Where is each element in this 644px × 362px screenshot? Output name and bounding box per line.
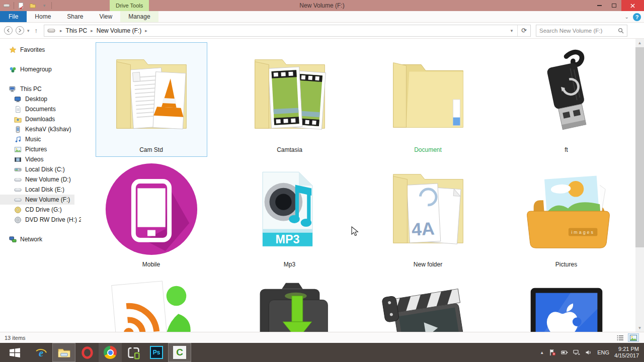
back-icon[interactable] <box>4 26 13 35</box>
sidebar-item-new-volume-d[interactable]: New Volume (D:) <box>0 174 81 185</box>
scrollbar-thumb[interactable] <box>635 47 644 247</box>
file-item-mp3[interactable]: MP3 Mp3 <box>220 157 359 272</box>
details-view-icon[interactable] <box>615 333 626 342</box>
breadcrumb-separator: ▸ <box>88 28 96 33</box>
tab-file[interactable]: File <box>0 11 27 22</box>
quick-access-toolbar: ▾ <box>2 0 52 11</box>
sidebar-item-videos[interactable]: Videos <box>0 154 81 164</box>
help-icon[interactable]: ? <box>633 13 641 21</box>
minimize-button[interactable] <box>592 0 607 11</box>
forward-icon[interactable] <box>16 26 24 35</box>
hidden-icons-chevron-icon[interactable]: ▲ <box>540 350 544 355</box>
sidebar-item-homegroup[interactable]: Homegroup <box>0 64 81 74</box>
camtasia-icon[interactable]: C <box>168 343 191 362</box>
ribbon-tabs: File Home Share View Manage <box>0 11 644 23</box>
scroll-up-arrow-icon[interactable]: ▲ <box>635 39 644 47</box>
sidebar-item-pictures[interactable]: Pictures <box>0 144 81 154</box>
desktop-icon <box>14 96 22 103</box>
refresh-icon[interactable]: ⟳ <box>517 25 530 36</box>
file-item-document[interactable]: Document <box>359 42 497 157</box>
breadcrumb-separator: ▸ <box>142 28 150 33</box>
expand-ribbon-chevron-icon[interactable]: ⌄ <box>625 14 629 20</box>
sidebar-label: Desktop <box>25 96 47 103</box>
file-item-mobile[interactable]: Mobile <box>82 157 220 272</box>
sidebar-item-network[interactable]: Network <box>0 234 81 244</box>
internet-explorer-icon[interactable]: e <box>29 343 52 362</box>
window-title: New Volume (F:) <box>0 0 644 11</box>
opera-icon[interactable] <box>75 343 99 362</box>
customize-chevron-icon[interactable]: ▾ <box>40 1 49 10</box>
file-item-new-folder[interactable]: 4A New folder <box>359 157 497 272</box>
sidebar-label: Downloads <box>25 116 55 123</box>
file-explorer-icon[interactable] <box>52 343 75 362</box>
file-item-ft[interactable]: ft <box>497 42 635 157</box>
sidebar-item-desktop[interactable]: Desktop <box>0 94 81 104</box>
folder-plain-icon <box>378 43 478 146</box>
system-tray: ▲ ENG 9:21 PM 4/15/2017 <box>540 343 644 362</box>
file-item-download-folder[interactable] <box>220 272 359 332</box>
sidebar-item-dvd-drive-h[interactable]: DVD RW Drive (H:) 2 <box>0 215 81 225</box>
sidebar-item-local-disk-c[interactable]: Local Disk (C:) <box>0 164 81 174</box>
sidebar-item-music[interactable]: Music <box>0 134 81 144</box>
sidebar-item-cd-drive-g[interactable]: CD Drive (G:) <box>0 205 81 215</box>
document-icon <box>14 106 22 113</box>
volume-icon[interactable] <box>585 349 592 356</box>
tab-share[interactable]: Share <box>59 11 91 22</box>
search-icon <box>618 28 624 34</box>
screen-mirror-icon[interactable] <box>122 343 145 362</box>
vertical-scrollbar[interactable]: ▲ ▼ <box>635 39 644 332</box>
action-center-flag-icon[interactable] <box>549 349 556 356</box>
sidebar-item-keshav-device[interactable]: KeshaV (k3shav) <box>0 124 81 134</box>
file-item-camtasia[interactable]: Camtasia <box>220 42 359 157</box>
sidebar-item-local-disk-e[interactable]: Local Disk (E:) <box>0 185 81 195</box>
file-item-clapperboard[interactable] <box>359 272 497 332</box>
drive-tools-contextual-label[interactable]: Drive Tools <box>110 0 149 11</box>
file-item-rss[interactable] <box>82 272 220 332</box>
address-box[interactable]: ▸ This PC ▸ New Volume (F:) ▸ ▾ ⟳ <box>44 25 531 37</box>
sidebar-label: New Volume (F:) <box>25 196 70 203</box>
tab-manage[interactable]: Manage <box>120 11 158 22</box>
scroll-down-arrow-icon[interactable]: ▼ <box>635 324 644 332</box>
start-button[interactable] <box>0 343 29 362</box>
properties-icon[interactable] <box>17 1 26 10</box>
network-icon <box>9 236 17 243</box>
maximize-button[interactable] <box>607 0 621 11</box>
drive-icon[interactable] <box>2 1 11 10</box>
recent-locations-chevron-icon[interactable]: ▾ <box>27 28 30 33</box>
breadcrumb-this-pc[interactable]: This PC <box>65 27 89 35</box>
drive-icon <box>14 196 22 204</box>
rss-reader-figure-icon <box>102 272 201 332</box>
thumbnails-view-icon[interactable] <box>628 333 639 342</box>
address-dropdown-chevron-icon[interactable]: ▾ <box>506 28 517 33</box>
file-item-cam-std[interactable]: Cam Std <box>82 42 220 157</box>
picture-icon <box>14 146 22 153</box>
sidebar-item-documents[interactable]: Documents <box>0 104 81 114</box>
language-indicator[interactable]: ENG <box>597 349 609 355</box>
sidebar-label: DVD RW Drive (H:) 2 <box>25 216 81 223</box>
file-label: Cam Std <box>139 146 163 154</box>
chrome-icon[interactable] <box>99 343 122 362</box>
search-input[interactable] <box>539 28 618 34</box>
usb-plug-icon <box>519 43 614 146</box>
file-item-apple-monitor[interactable] <box>497 272 635 332</box>
photoshop-icon[interactable]: Ps <box>145 343 168 362</box>
drive-icon <box>47 28 55 34</box>
battery-icon[interactable] <box>561 349 568 356</box>
system-disk-icon <box>14 166 22 173</box>
download-folder-icon <box>240 272 340 332</box>
file-item-pictures[interactable]: images Pictures <box>497 157 635 272</box>
tab-home[interactable]: Home <box>27 11 59 22</box>
sidebar-item-new-volume-f[interactable]: New Volume (F:) <box>0 195 74 205</box>
close-button[interactable] <box>621 0 644 11</box>
up-icon[interactable]: ↑ <box>33 27 40 34</box>
sidebar-label: This PC <box>20 85 42 93</box>
breadcrumb-new-volume-f[interactable]: New Volume (F:) <box>96 27 142 35</box>
network-icon[interactable] <box>573 349 580 356</box>
clock[interactable]: 9:21 PM 4/15/2017 <box>614 346 639 359</box>
sidebar-item-downloads[interactable]: Downloads <box>0 114 81 124</box>
tab-view[interactable]: View <box>91 11 120 22</box>
file-label: New folder <box>414 261 442 269</box>
sidebar-item-this-pc[interactable]: This PC <box>0 84 81 94</box>
new-folder-icon[interactable] <box>28 1 37 10</box>
sidebar-item-favorites[interactable]: Favorites <box>0 45 81 55</box>
